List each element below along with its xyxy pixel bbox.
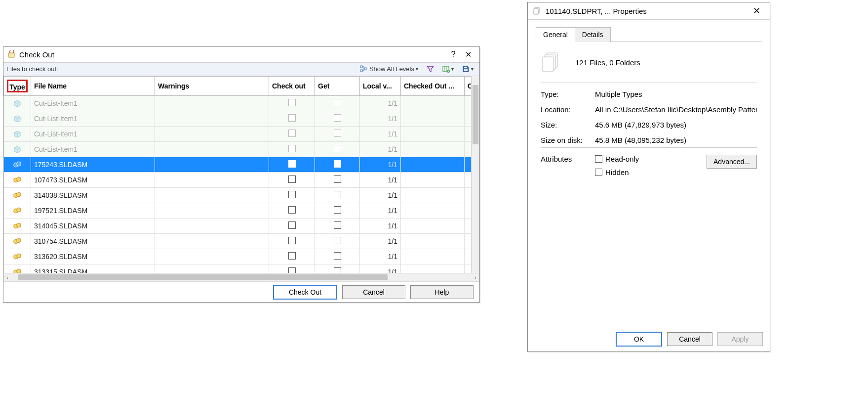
help-button[interactable]: ? (446, 47, 461, 61)
columns-dropdown[interactable]: ▾ (439, 64, 457, 74)
hscroll-thumb[interactable] (18, 274, 388, 280)
checkout-checkbox[interactable] (288, 145, 296, 152)
help-button[interactable]: Help (410, 285, 473, 299)
save-dropdown[interactable]: ▾ (459, 64, 476, 74)
checkout-checkbox[interactable] (288, 191, 296, 198)
close-button[interactable]: ✕ (461, 47, 475, 61)
file-name-cell: Cut-List-Item1 (31, 111, 155, 126)
col-type-header[interactable]: Type (4, 76, 31, 95)
part-icon (12, 114, 22, 124)
assembly-icon (12, 252, 22, 262)
file-name-cell: Cut-List-Item1 (31, 95, 155, 111)
location-value: All in C:\Users\Stefan Ilic\Desktop\Asem… (595, 105, 757, 114)
col-warnings-header[interactable]: Warnings (155, 76, 269, 95)
get-checkbox[interactable] (334, 160, 341, 168)
horizontal-scrollbar[interactable]: ‹ › (3, 273, 479, 281)
checkout-checkbox[interactable] (288, 221, 296, 229)
col-get-header[interactable]: Get (315, 76, 360, 95)
table-row[interactable]: 107473.SLDASM1/1 (4, 172, 480, 187)
filter-button[interactable] (423, 64, 437, 74)
divider (541, 83, 757, 83)
table-row[interactable]: 310754.SLDASM1/1 (4, 233, 480, 249)
checkout-checkbox[interactable] (288, 206, 296, 214)
local-version-cell: 1/1 (360, 141, 401, 157)
local-version-cell: 1/1 (360, 126, 401, 141)
checkout-checkbox[interactable] (288, 114, 296, 122)
checkout-button[interactable]: Check Out (273, 285, 337, 300)
col-checkout-header[interactable]: Check out (269, 76, 315, 95)
advanced-button[interactable]: Advanced... (707, 155, 757, 169)
get-checkbox[interactable] (334, 114, 341, 122)
get-checkbox[interactable] (334, 267, 341, 273)
apply-button[interactable]: Apply (717, 332, 763, 346)
table-row[interactable]: 175243.SLDASM1/1 (4, 157, 480, 172)
cancel-button[interactable]: Cancel (667, 332, 712, 346)
get-checkbox[interactable] (334, 145, 341, 152)
warnings-cell (155, 157, 269, 172)
summary-text: 121 Files, 0 Folders (575, 58, 640, 67)
get-checkbox[interactable] (334, 221, 341, 229)
properties-footer: OK Cancel Apply (528, 327, 770, 351)
show-all-levels-dropdown[interactable]: Show All Levels ▾ (357, 64, 421, 74)
warnings-cell (155, 126, 269, 141)
checkout-checkbox[interactable] (288, 130, 296, 137)
table-row[interactable]: 314038.SLDASM1/1 (4, 187, 480, 203)
warnings-cell (155, 264, 269, 273)
checked-out-by-cell (401, 203, 465, 218)
table-row[interactable]: Cut-List-Item11/1 (4, 111, 480, 126)
checkout-checkbox[interactable] (288, 267, 296, 273)
tab-details[interactable]: Details (575, 27, 611, 42)
cancel-button[interactable]: Cancel (342, 285, 405, 299)
checkout-checkbox[interactable] (288, 252, 296, 260)
close-button[interactable]: ✕ (748, 3, 765, 18)
table-row[interactable]: Cut-List-Item11/1 (4, 126, 480, 141)
scroll-up-button[interactable] (472, 76, 479, 84)
hidden-label: Hidden (605, 168, 629, 176)
get-checkbox[interactable] (334, 252, 341, 260)
file-name-cell: 197521.SLDASM (31, 203, 155, 218)
properties-tabs: General Details (536, 27, 762, 42)
get-checkbox[interactable] (334, 191, 341, 198)
get-checkbox[interactable] (334, 130, 341, 137)
local-version-cell: 1/1 (360, 187, 401, 203)
checked-out-by-cell (401, 187, 465, 203)
get-checkbox[interactable] (334, 237, 341, 244)
svg-rect-8 (464, 67, 467, 68)
get-checkbox[interactable] (334, 175, 341, 183)
checkout-checkbox[interactable] (288, 99, 296, 106)
scroll-thumb[interactable] (473, 85, 478, 144)
size-on-disk-label: Size on disk: (541, 136, 595, 144)
table-row[interactable]: 313620.SLDASM1/1 (4, 249, 480, 264)
type-label: Type: (541, 90, 595, 98)
get-checkbox[interactable] (334, 99, 341, 106)
scroll-left-button[interactable]: ‹ (3, 275, 11, 280)
checkout-checkbox[interactable] (288, 175, 296, 183)
hidden-checkbox[interactable] (595, 169, 602, 176)
col-localver-header[interactable]: Local v... (360, 76, 401, 95)
assembly-icon (12, 221, 22, 231)
file-name-cell: 310754.SLDASM (31, 233, 155, 249)
vertical-scrollbar[interactable] (471, 76, 479, 273)
checkout-checkbox[interactable] (288, 237, 296, 244)
checkout-checkbox[interactable] (288, 160, 296, 168)
warnings-cell (155, 218, 269, 233)
readonly-checkbox[interactable] (595, 155, 602, 163)
col-type-label: Type (7, 80, 28, 92)
table-row[interactable]: 314045.SLDASM1/1 (4, 218, 480, 233)
ok-button[interactable]: OK (616, 332, 662, 347)
checked-out-by-cell (401, 218, 465, 233)
assembly-icon (12, 206, 22, 216)
checkout-footer: Check Out Cancel Help (3, 281, 479, 302)
col-filename-header[interactable]: File Name (31, 76, 155, 95)
col-checkedoutby-header[interactable]: Checked Out ... (401, 76, 465, 95)
table-row[interactable]: Cut-List-Item11/1 (4, 95, 480, 111)
get-checkbox[interactable] (334, 206, 341, 214)
table-row[interactable]: 313315.SLDASM1/1 (4, 264, 480, 273)
file-name-cell: 313620.SLDASM (31, 249, 155, 264)
tab-general[interactable]: General (536, 27, 575, 42)
table-row[interactable]: 197521.SLDASM1/1 (4, 203, 480, 218)
scroll-right-button[interactable]: › (472, 275, 479, 280)
local-version-cell: 1/1 (360, 157, 401, 172)
table-row[interactable]: Cut-List-Item11/1 (4, 141, 480, 157)
checked-out-by-cell (401, 111, 465, 126)
